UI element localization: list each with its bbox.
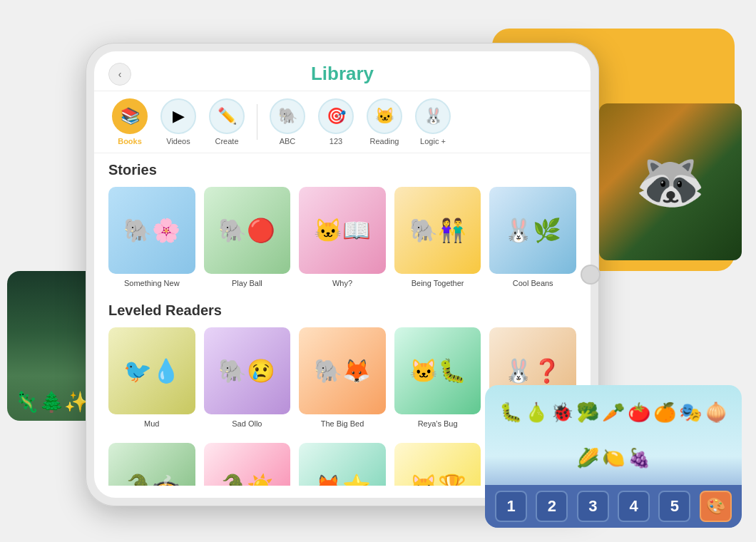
book-title-6: Mud [144,419,159,429]
books-label: Books [118,137,142,145]
num-icon-circle: 🎯 [318,98,354,134]
book-cover-9: 🐱🐛 [394,327,481,414]
reading-icon-circle: 🐱 [367,98,402,134]
book-cover-7: 🐘😢 [204,327,291,414]
abc-icon-circle: 🐘 [270,98,305,134]
book-title-1: Something New [124,278,180,288]
book-cool-beans[interactable]: 🐰🌿 Cool Beans [489,187,576,288]
back-button[interactable]: ‹ [108,63,131,86]
home-button[interactable] [581,265,601,285]
book-cover-13: 🦊⭐ [299,443,386,486]
library-title: Library [311,63,374,85]
game-emoji-4: 🥦 [576,402,599,424]
logic-label: Logic + [420,137,446,145]
book-hop-hop-hop[interactable]: 🦊⭐ Hop Hop Hop [299,443,386,486]
book-cover-12: 🐊☀️ [204,443,291,486]
tab-divider [257,104,257,140]
game-emoji-3: 🐞 [551,402,573,424]
tab-reading[interactable]: 🐱 Reading [363,98,406,145]
stories-grid: 🐘🌸 Something New 🐘🔴 Play Ball 🐱📖 Why? 🐘👫… [108,187,576,288]
game-emoji-12: 🍇 [628,447,650,469]
book-cover-14: 🐱🏆 [394,443,481,486]
book-cover-3: 🐱📖 [299,187,386,274]
game-scene: 🐛 🍐 🐞 🥦 🥕 🍅 🍊 🎭 🧅 🌽 🍋 🍇 1 2 3 4 5 🎨 [485,385,742,528]
book-cup-is-up[interactable]: 🐱🏆 The Cup Is Up [394,443,481,486]
tab-create[interactable]: ✏️ Create [205,98,248,145]
num-block-1[interactable]: 1 [495,491,527,522]
book-title-2: Play Ball [232,278,262,288]
game-emoji-6: 🍅 [628,402,650,424]
logic-icon-circle: 🐰 [415,98,451,134]
book-sad-ollo[interactable]: 🐘😢 Sad Ollo [204,327,291,429]
game-emoji-7: 🍊 [653,402,676,424]
game-emoji-1: 🐛 [499,402,522,424]
videos-label: Videos [166,137,190,145]
book-cover-4: 🐘👫 [394,187,481,274]
game-emoji-8: 🎭 [679,402,702,424]
book-cover-1: 🐘🌸 [108,187,195,274]
num-block-5[interactable]: 5 [658,491,690,522]
abc-label: ABC [280,137,296,145]
stories-section: Stories 🐘🌸 Something New 🐘🔴 Play Ball 🐱📖… [108,162,576,288]
book-jam-vat[interactable]: 🐊🍲 Jam in the Vat [108,443,195,486]
book-title-4: Being Together [412,278,464,288]
books-icon-circle: 📚 [112,98,148,134]
num-block-3[interactable]: 3 [577,491,609,522]
book-cover-11: 🐊🍲 [108,443,195,486]
game-emoji-5: 🥕 [602,402,625,424]
game-emoji-2: 🍐 [525,402,548,424]
book-so-hot[interactable]: 🐊☀️ So Hot [204,443,291,486]
book-cover-6: 🐦💧 [108,327,195,414]
book-play-ball[interactable]: 🐘🔴 Play Ball [204,187,291,288]
num-block-4[interactable]: 4 [618,491,650,522]
library-header: ‹ Library [94,51,591,91]
game-emoji-11: 🍋 [602,447,625,469]
book-something-new[interactable]: 🐘🌸 Something New [108,187,195,288]
create-label: Create [215,137,238,145]
videos-icon-circle: ▶ [160,98,196,134]
book-cover-8: 🐘🦊 [299,327,386,414]
book-why[interactable]: 🐱📖 Why? [299,187,386,288]
book-reyas-bug[interactable]: 🐱🐛 Reya's Bug [394,327,481,429]
tab-123[interactable]: 🎯 123 [315,98,357,145]
red-panda-image [599,103,742,260]
tab-videos[interactable]: ▶ Videos [157,98,200,145]
game-scene-top: 🐛 🍐 🐞 🥦 🥕 🍅 🍊 🎭 🧅 🌽 🍋 🍇 [485,385,742,485]
book-title-5: Cool Beans [513,278,553,288]
book-big-bed[interactable]: 🐘🦊 The Big Bed [299,327,386,429]
leveled-readers-title: Leveled Readers [108,302,576,319]
stories-title: Stories [108,162,576,178]
game-numbers-row: 1 2 3 4 5 🎨 [485,485,742,528]
num-block-2[interactable]: 2 [536,491,568,522]
book-cover-5: 🐰🌿 [489,187,576,274]
book-cover-2: 🐘🔴 [204,187,291,274]
game-emoji-9: 🧅 [705,402,727,424]
book-title-7: Sad Ollo [232,419,262,429]
book-being-together[interactable]: 🐘👫 Being Together [394,187,481,288]
tab-abc[interactable]: 🐘 ABC [266,98,309,145]
num-label: 123 [330,137,342,145]
category-tabs: 📚 Books ▶ Videos ✏️ Create 🐘 ABC 🎯 [94,91,591,153]
num-block-6[interactable]: 🎨 [700,491,732,522]
back-icon: ‹ [118,68,122,80]
book-title-9: Reya's Bug [418,419,458,429]
book-title-3: Why? [332,278,352,288]
tab-logic[interactable]: 🐰 Logic + [412,98,454,145]
game-emoji-10: 🌽 [576,447,599,469]
reading-label: Reading [370,137,399,145]
book-mud[interactable]: 🐦💧 Mud [108,327,195,429]
tab-books[interactable]: 📚 Books [108,98,151,145]
book-title-8: The Big Bed [321,419,364,429]
create-icon-circle: ✏️ [209,98,245,134]
